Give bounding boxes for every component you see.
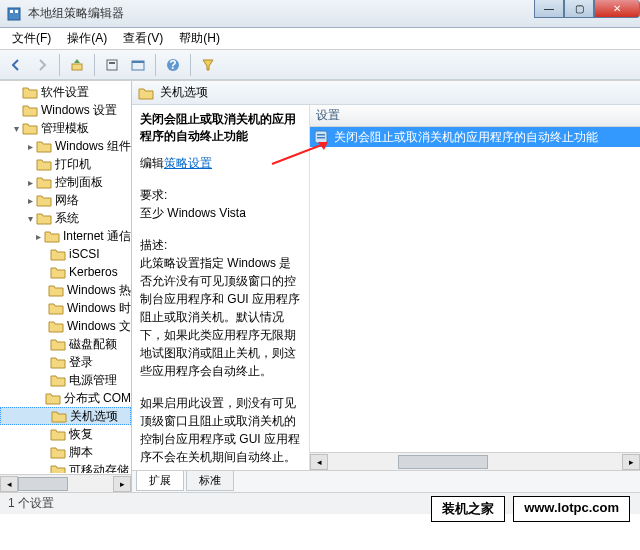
tree-node[interactable]: 电源管理: [0, 371, 131, 389]
setting-row[interactable]: 关闭会阻止或取消关机的应用程序的自动终止功能: [310, 127, 640, 147]
tree-label: Windows 组件: [55, 138, 131, 155]
tree-node[interactable]: ▸Internet 通信: [0, 227, 131, 245]
close-button[interactable]: ✕: [594, 0, 640, 18]
toolbar-separator: [190, 54, 191, 76]
minimize-button[interactable]: —: [534, 0, 564, 18]
folder-icon: [22, 103, 38, 117]
svg-rect-11: [317, 134, 325, 136]
scroll-left-icon[interactable]: ◂: [310, 454, 328, 470]
scroll-left-icon[interactable]: ◂: [0, 476, 18, 492]
tree-node[interactable]: 磁盘配额: [0, 335, 131, 353]
tree-node[interactable]: 脚本: [0, 443, 131, 461]
tree-node[interactable]: Kerberos: [0, 263, 131, 281]
folder-icon: [50, 337, 66, 351]
tree-node[interactable]: 打印机: [0, 155, 131, 173]
tree-label: 可移动存储: [69, 462, 129, 474]
toolbar-separator: [59, 54, 60, 76]
tree-node[interactable]: ▸Windows 组件: [0, 137, 131, 155]
tree-label: Kerberos: [69, 265, 118, 279]
folder-icon: [22, 85, 38, 99]
tree-twisty-icon[interactable]: ▾: [10, 123, 22, 134]
content-pane: 关机选项 关闭会阻止或取消关机的应用程序的自动终止功能 编辑策略设置 要求: 至…: [132, 81, 640, 492]
help-button[interactable]: ?: [161, 53, 185, 77]
folder-icon: [50, 265, 66, 279]
tree-twisty-icon[interactable]: ▸: [24, 141, 36, 152]
folder-icon: [50, 463, 66, 473]
tree-node[interactable]: 恢复: [0, 425, 131, 443]
tree-label: 管理模板: [41, 120, 89, 137]
tree-label: 控制面板: [55, 174, 103, 191]
forward-button[interactable]: [30, 53, 54, 77]
tree-node[interactable]: 软件设置: [0, 83, 131, 101]
tree-node[interactable]: Windows 热: [0, 281, 131, 299]
scroll-right-icon[interactable]: ▸: [622, 454, 640, 470]
list-scrollbar[interactable]: ◂ ▸: [310, 452, 640, 470]
toolbar-separator: [94, 54, 95, 76]
tree-node[interactable]: ▾系统: [0, 209, 131, 227]
refresh-button[interactable]: [126, 53, 150, 77]
folder-icon: [50, 373, 66, 387]
setting-icon: [314, 130, 330, 144]
folder-icon: [138, 86, 154, 100]
content-title: 关机选项: [160, 84, 208, 101]
sidebar-scrollbar[interactable]: ◂ ▸: [0, 474, 131, 492]
requirements-value: 至少 Windows Vista: [140, 204, 301, 222]
folder-icon: [50, 247, 66, 261]
tree-label: Windows 热: [67, 282, 131, 299]
tree-twisty-icon[interactable]: ▸: [33, 231, 44, 242]
up-button[interactable]: [65, 53, 89, 77]
description-p1: 此策略设置指定 Windows 是否允许没有可见顶级窗口的控制台应用程序和 GU…: [140, 254, 301, 380]
tree-twisty-icon[interactable]: ▾: [24, 213, 36, 224]
tree-label: 磁盘配额: [69, 336, 117, 353]
options-button[interactable]: [100, 53, 124, 77]
tree-node[interactable]: Windows 文: [0, 317, 131, 335]
maximize-button[interactable]: ▢: [564, 0, 594, 18]
tree-view[interactable]: 软件设置Windows 设置▾管理模板▸Windows 组件打印机▸控制面板▸网…: [0, 81, 131, 473]
tab-extended[interactable]: 扩展: [136, 471, 184, 491]
tree-label: 打印机: [55, 156, 91, 173]
menu-view[interactable]: 查看(V): [115, 28, 171, 49]
menu-action[interactable]: 操作(A): [59, 28, 115, 49]
tree-node[interactable]: 关机选项: [0, 407, 131, 425]
edit-policy-link[interactable]: 策略设置: [164, 156, 212, 170]
tree-node[interactable]: Windows 时: [0, 299, 131, 317]
tab-standard[interactable]: 标准: [186, 471, 234, 491]
tree-twisty-icon[interactable]: ▸: [24, 195, 36, 206]
scroll-thumb[interactable]: [18, 477, 68, 491]
scroll-track[interactable]: [328, 454, 622, 470]
tree-twisty-icon[interactable]: ▸: [24, 177, 36, 188]
tree-node[interactable]: 登录: [0, 353, 131, 371]
sidebar: 软件设置Windows 设置▾管理模板▸Windows 组件打印机▸控制面板▸网…: [0, 81, 132, 492]
tree-node[interactable]: ▸控制面板: [0, 173, 131, 191]
tree-label: 软件设置: [41, 84, 89, 101]
tree-node[interactable]: iSCSI: [0, 245, 131, 263]
tree-node[interactable]: 分布式 COM: [0, 389, 131, 407]
content-header: 关机选项: [132, 81, 640, 105]
folder-icon: [48, 283, 64, 297]
menu-file[interactable]: 文件(F): [4, 28, 59, 49]
tree-node[interactable]: ▸网络: [0, 191, 131, 209]
edit-prefix: 编辑: [140, 156, 164, 170]
toolbar: ?: [0, 50, 640, 80]
tree-node[interactable]: 可移动存储: [0, 461, 131, 473]
tree-node[interactable]: ▾管理模板: [0, 119, 131, 137]
scroll-track[interactable]: [18, 476, 113, 492]
folder-icon: [44, 229, 60, 243]
folder-icon: [50, 355, 66, 369]
main-area: 软件设置Windows 设置▾管理模板▸Windows 组件打印机▸控制面板▸网…: [0, 80, 640, 492]
tree-node[interactable]: Windows 设置: [0, 101, 131, 119]
watermark: 装机之家 www.lotpc.com: [431, 496, 630, 522]
filter-button[interactable]: [196, 53, 220, 77]
scroll-right-icon[interactable]: ▸: [113, 476, 131, 492]
tree-label: Windows 设置: [41, 102, 117, 119]
description-pane: 关闭会阻止或取消关机的应用程序的自动终止功能 编辑策略设置 要求: 至少 Win…: [132, 105, 310, 470]
back-button[interactable]: [4, 53, 28, 77]
status-text: 1 个设置: [8, 495, 54, 512]
scroll-thumb[interactable]: [398, 455, 488, 469]
tree-label: Windows 文: [67, 318, 131, 335]
menu-help[interactable]: 帮助(H): [171, 28, 228, 49]
tree-label: 恢复: [69, 426, 93, 443]
svg-rect-5: [109, 62, 115, 64]
column-header-setting[interactable]: 设置: [310, 105, 640, 127]
tree-label: iSCSI: [69, 247, 100, 261]
